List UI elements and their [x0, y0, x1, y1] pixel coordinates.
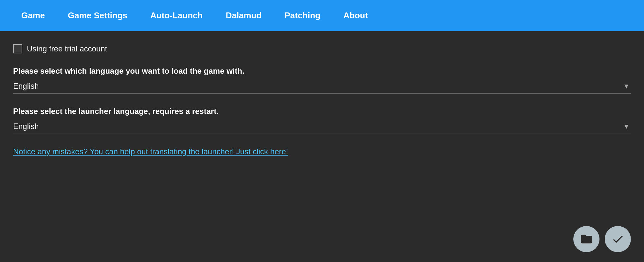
checkmark-icon: [611, 233, 624, 246]
game-language-value[interactable]: English ▼: [13, 79, 631, 94]
nav-item-patching[interactable]: Patching: [273, 7, 332, 24]
bottom-action-buttons: [573, 226, 631, 252]
nav-item-about[interactable]: About: [332, 7, 379, 24]
nav-item-auto-launch[interactable]: Auto-Launch: [139, 7, 214, 24]
nav-item-game[interactable]: Game: [10, 7, 56, 24]
game-language-description: Please select which language you want to…: [13, 66, 631, 76]
game-language-arrow-icon: ▼: [623, 83, 630, 90]
open-folder-button[interactable]: [573, 226, 599, 252]
nav-bar: Game Game Settings Auto-Launch Dalamud P…: [0, 0, 644, 31]
main-content: Using free trial account Please select w…: [0, 31, 644, 169]
launcher-language-description: Please select the launcher language, req…: [13, 107, 631, 116]
launcher-language-arrow-icon: ▼: [623, 123, 630, 130]
folder-icon: [580, 233, 593, 246]
confirm-button[interactable]: [605, 226, 631, 252]
game-language-section: Please select which language you want to…: [13, 66, 631, 94]
nav-item-dalamud[interactable]: Dalamud: [214, 7, 273, 24]
launcher-language-value[interactable]: English ▼: [13, 119, 631, 134]
nav-item-game-settings[interactable]: Game Settings: [56, 7, 139, 24]
launcher-language-dropdown[interactable]: English ▼: [13, 119, 631, 134]
launcher-language-section: Please select the launcher language, req…: [13, 107, 631, 134]
free-trial-checkbox[interactable]: [13, 44, 22, 53]
translation-link[interactable]: Notice any mistakes? You can help out tr…: [13, 147, 631, 156]
free-trial-row: Using free trial account: [13, 44, 631, 53]
free-trial-label: Using free trial account: [27, 44, 107, 53]
game-language-dropdown[interactable]: English ▼: [13, 79, 631, 94]
